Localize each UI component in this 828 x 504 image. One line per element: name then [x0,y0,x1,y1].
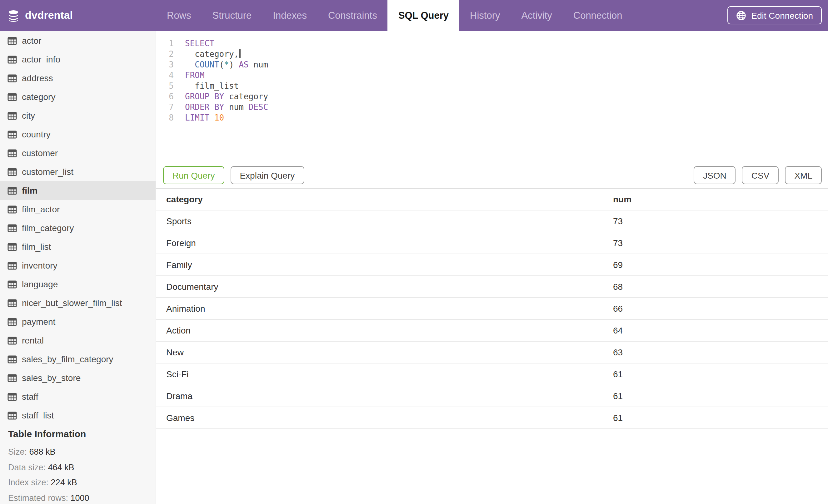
sql-token: LIMIT [185,113,209,123]
sidebar-item-nicer-but-slower-film-list[interactable]: nicer_but_slower_film_list [0,293,156,312]
sidebar-item-city[interactable]: city [0,106,156,125]
table-icon [7,130,17,138]
cell-category: Documentary [156,276,613,297]
table-icon [7,149,17,157]
info-row-size-: Size: 688 kB [8,445,156,460]
tab-activity[interactable]: Activity [511,0,563,31]
table-icon [7,111,17,120]
cell-num: 61 [613,363,828,385]
sidebar-item-actor-info[interactable]: actor_info [0,50,156,69]
main-panel: 1SELECT2 category,3 COUNT(*) AS num4FROM… [156,31,828,504]
table-icon [7,37,17,45]
table-name-label: film [22,185,38,195]
code-content: LIMIT 10 [185,112,224,123]
sidebar-item-rental[interactable]: rental [0,331,156,350]
database-name: dvdrental [25,9,73,22]
code-content: COUNT(*) AS num [185,59,268,70]
edit-connection-button[interactable]: Edit Connection [728,6,822,25]
tab-structure[interactable]: Structure [202,0,262,31]
export-buttons: JSONCSVXML [694,166,822,184]
sidebar-item-sales-by-film-category[interactable]: sales_by_film_category [0,350,156,368]
run-query-button[interactable]: Run Query [163,166,224,184]
info-row-data-size-: Data size: 464 kB [8,460,156,475]
cell-num: 68 [613,276,828,297]
tab-connection[interactable]: Connection [563,0,633,31]
sql-token [209,113,214,123]
export-csv-button[interactable]: CSV [742,166,779,184]
cell-num: 61 [613,385,828,407]
tab-history[interactable]: History [459,0,510,31]
sidebar-item-actor[interactable]: actor [0,31,156,50]
tab-constraints[interactable]: Constraints [318,0,388,31]
sidebar-item-customer[interactable]: customer [0,144,156,163]
sql-token: * [224,60,229,69]
code-line-3: 3 COUNT(*) AS num [156,59,828,70]
code-line-2: 2 category, [156,49,828,59]
sidebar-item-category[interactable]: category [0,87,156,106]
sidebar-item-language[interactable]: language [0,275,156,293]
table-name-label: sales_by_store [22,373,81,383]
tab-sql-query[interactable]: SQL Query [388,0,459,31]
sql-token: category [224,92,268,101]
sidebar-item-film-list[interactable]: film_list [0,237,156,256]
line-number: 6 [156,91,174,102]
table-row: Family69 [156,254,828,276]
table-name-label: inventory [22,261,57,270]
table-row: Drama61 [156,385,828,407]
sql-token: num [249,60,268,69]
info-row-index-size-: Index size: 224 kB [8,475,156,491]
sidebar-item-film-category[interactable]: film_category [0,219,156,237]
cell-category: Foreign [156,232,613,254]
sql-token: COUNT [195,60,219,69]
sidebar-item-payment[interactable]: payment [0,312,156,331]
table-row: Sci-Fi61 [156,363,828,385]
sidebar-item-customer-list[interactable]: customer_list [0,163,156,181]
database-brand: dvdrental [7,0,73,31]
results-table: categorynum Sports73Foreign73Family69Doc… [156,189,828,429]
table-icon [7,93,17,101]
sql-token: ( [219,60,224,69]
code-content: ORDER BY num DESC [185,102,268,112]
table-name-label: address [22,73,53,83]
sidebar-item-film-actor[interactable]: film_actor [0,200,156,219]
table-name-label: sales_by_film_category [22,354,114,364]
table-name-label: city [22,110,35,121]
info-row-estimated-rows-: Estimated rows: 1000 [8,491,156,504]
table-information-rows: Size: 688 kBData size: 464 kBIndex size:… [8,445,156,504]
info-value: 1000 [71,493,89,502]
sidebar-item-country[interactable]: country [0,125,156,144]
sidebar-item-staff[interactable]: staff [0,387,156,406]
sidebar-item-film[interactable]: film [0,181,156,200]
code-line-1: 1SELECT [156,38,828,49]
table-name-label: rental [22,335,44,346]
sidebar-item-address[interactable]: address [0,69,156,87]
tab-indexes[interactable]: Indexes [262,0,318,31]
table-row: Animation66 [156,297,828,319]
table-name-label: actor [22,36,41,46]
sql-token: AS [239,60,248,69]
tab-rows[interactable]: Rows [156,0,202,31]
results-header-row: categorynum [156,189,828,210]
cell-category: Animation [156,297,613,319]
table-name-label: staff_list [22,410,54,420]
sidebar-item-inventory[interactable]: inventory [0,256,156,275]
table-name-label: film_list [22,242,51,252]
table-name-label: language [22,279,58,289]
code-line-6: 6GROUP BY category [156,91,828,102]
explain-query-button[interactable]: Explain Query [230,166,304,184]
code-content: GROUP BY category [185,91,268,102]
sidebar-item-sales-by-store[interactable]: sales_by_store [0,368,156,387]
code-line-4: 4FROM [156,70,828,81]
cell-num: 66 [613,297,828,319]
query-toolbar: Run Query Explain Query JSONCSVXML [163,166,822,184]
sql-token: ORDER BY [185,102,224,112]
sql-token: film_list [185,81,239,91]
sql-editor[interactable]: 1SELECT2 category,3 COUNT(*) AS num4FROM… [156,38,828,123]
export-xml-button[interactable]: XML [785,166,822,184]
column-header-num: num [613,189,828,210]
table-icon [7,186,17,194]
export-json-button[interactable]: JSON [694,166,736,184]
sql-token: 10 [214,113,224,123]
cell-category: Games [156,407,613,429]
sidebar-item-staff-list[interactable]: staff_list [0,406,156,425]
